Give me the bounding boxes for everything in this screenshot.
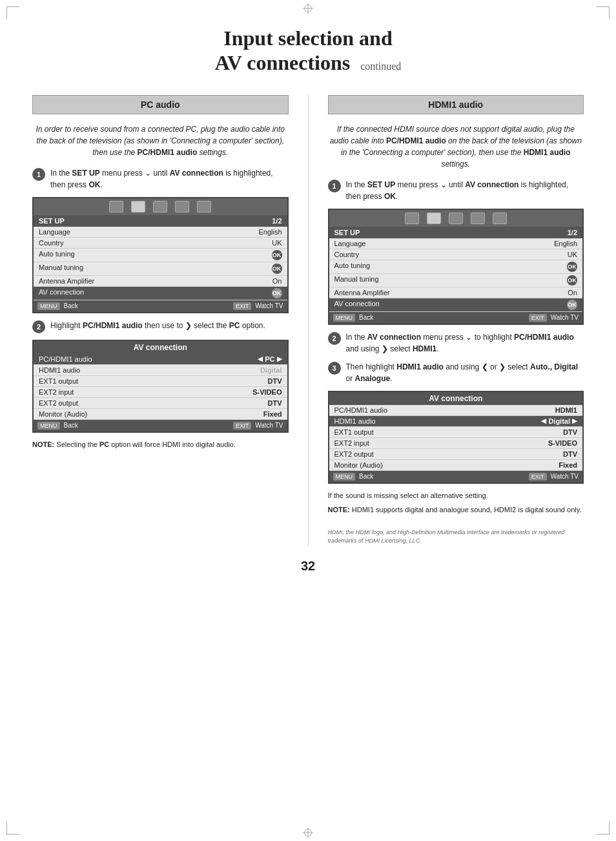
right-intro-text: If the connected HDMI source does not su…: [328, 123, 584, 170]
left-menu-row-manualtuning: Manual tuning OK: [34, 262, 287, 276]
corner-mark-bl: [6, 822, 19, 835]
menu-icon-3: [153, 201, 167, 213]
menu-icon-1: [109, 201, 123, 213]
left-step-2: 2 Highlight PC/HDMI1 audio then use to ❯…: [32, 320, 289, 333]
right-step-1: 1 In the SET UP menu press ⌄ until AV co…: [328, 179, 584, 202]
right-menu-footer: MENU Back EXIT Watch TV: [329, 312, 583, 324]
right-menu-row-avconnection: AV connection OK: [329, 298, 583, 312]
page-number: 32: [32, 559, 584, 574]
right-step-2-text: In the AV connection menu press ⌄ to hig…: [346, 331, 584, 355]
reg-mark-top: [303, 3, 313, 14]
left-av-menu-title: AV connection: [34, 341, 287, 354]
title-line1: Input selection and: [223, 26, 392, 50]
left-av-row-hdmi1: HDMI1 audio Digital: [34, 365, 287, 376]
right-menu-row-manualtuning: Manual tuning OK: [329, 274, 583, 287]
right-menu-row-autotuning: Auto tuning OK: [329, 260, 583, 274]
menu-icon-2: [131, 201, 145, 213]
right-icon-5: [493, 213, 507, 224]
right-av-menu: AV connection PC/HDMI1 audio HDMI1 HDMI1…: [328, 391, 584, 484]
right-av-row-ext2in: EXT2 input S-VIDEO: [329, 438, 583, 449]
right-step-1-number: 1: [328, 180, 341, 192]
right-menu-row-antenna: Antenna Amplifier On: [329, 287, 583, 298]
left-menu-title: SET UP: [39, 217, 65, 225]
right-setup-menu: SET UP 1/2 Language English Country UK A…: [328, 209, 584, 325]
title-continued: continued: [360, 61, 401, 72]
left-av-footer: MENU Back EXIT Watch TV: [34, 420, 287, 431]
right-menu-title: SET UP: [334, 229, 360, 236]
right-av-footer: MENU Back EXIT Watch TV: [329, 471, 583, 483]
right-icon-3: [449, 213, 463, 224]
right-step-3: 3 Then highlight HDMI1 audio and using ❮…: [328, 361, 584, 384]
left-menu-row-language: Language English: [34, 227, 287, 238]
right-av-row-ext1out: EXT1 output DTV: [329, 427, 583, 438]
left-menu-row-antenna: Antenna Amplifier On: [34, 276, 287, 287]
right-menu-row-country: Country UK: [329, 249, 583, 260]
right-menu-icons: [329, 210, 583, 227]
left-section-header: PC audio: [32, 95, 289, 114]
left-av-menu: AV connection PC/HDMI1 audio ◀ PC ▶ HDMI…: [32, 340, 289, 433]
right-step-2-number: 2: [328, 332, 341, 345]
right-icon-1: [405, 213, 419, 224]
menu-icon-4: [175, 201, 189, 213]
left-menu-footer: MENU Back EXIT Watch TV: [34, 300, 287, 312]
page-wrapper: Input selection and AV connections conti…: [0, 0, 616, 841]
left-av-row-ext2out: EXT2 output DTV: [34, 398, 287, 409]
right-av-row-ext2out: EXT2 output DTV: [329, 449, 583, 460]
right-av-row-hdmi1audio: HDMI1 audio ◀ Digital ▶: [329, 416, 583, 427]
left-note: NOTE: Selecting the PC option will force…: [32, 439, 289, 450]
left-step-1: 1 In the SET UP menu press ⌄ until AV co…: [32, 167, 289, 191]
right-icon-4: [471, 213, 485, 224]
left-step-1-number: 1: [32, 168, 45, 181]
page-title: Input selection and AV connections conti…: [32, 26, 584, 76]
left-setup-menu: SET UP 1/2 Language English Country UK A…: [32, 197, 289, 313]
right-footer-note: HDMI, the HDMI logo, and High-Definition…: [328, 528, 584, 546]
left-av-row-ext2in: EXT2 input S-VIDEO: [34, 387, 287, 398]
reg-mark-bottom: [303, 827, 313, 838]
right-av-menu-title: AV connection: [329, 392, 583, 405]
corner-mark-tr: [597, 6, 610, 19]
right-menu-title-bar: SET UP 1/2: [329, 227, 583, 238]
right-menu-page: 1/2: [568, 229, 577, 236]
column-divider: [308, 95, 309, 546]
corner-mark-tl: [6, 6, 19, 19]
left-step-2-number: 2: [32, 320, 45, 333]
right-section-header: HDMI1 audio: [328, 95, 584, 114]
right-note2: NOTE: HDMI1 supports digital and analogu…: [328, 504, 584, 515]
right-step-3-text: Then highlight HDMI1 audio and using ❮ o…: [346, 361, 584, 384]
right-av-row-pchdmi1: PC/HDMI1 audio HDMI1: [329, 405, 583, 416]
left-av-row-ext1out: EXT1 output DTV: [34, 376, 287, 387]
left-menu-row-country: Country UK: [34, 238, 287, 249]
left-menu-title-bar: SET UP 1/2: [34, 215, 287, 227]
left-menu-row-avconnection: AV connection OK: [34, 287, 287, 300]
left-step-2-text: Highlight PC/HDMI1 audio then use to ❯ s…: [50, 320, 265, 331]
title-line2: AV connections: [215, 51, 351, 74]
right-icon-2: [427, 213, 441, 224]
left-menu-page: 1/2: [272, 217, 282, 225]
corner-mark-br: [597, 822, 610, 835]
two-column-layout: PC audio In order to receive sound from …: [32, 95, 584, 546]
left-menu-row-autotuning: Auto tuning OK: [34, 249, 287, 262]
left-column: PC audio In order to receive sound from …: [32, 95, 289, 546]
left-av-row-pchdmi1: PC/HDMI1 audio ◀ PC ▶: [34, 354, 287, 365]
left-step-1-text: In the SET UP menu press ⌄ until AV conn…: [50, 167, 289, 191]
right-note1: If the sound is missing select an altern…: [328, 490, 584, 501]
right-step-1-text: In the SET UP menu press ⌄ until AV conn…: [346, 179, 584, 202]
menu-icon-5: [197, 201, 211, 213]
right-menu-row-language: Language English: [329, 238, 583, 249]
left-av-row-monitor: Monitor (Audio) Fixed: [34, 409, 287, 420]
right-av-row-monitor: Monitor (Audio) Fixed: [329, 460, 583, 471]
left-menu-icons: [34, 198, 287, 215]
right-column: HDMI1 audio If the connected HDMI source…: [328, 95, 584, 546]
left-intro-text: In order to receive sound from a connect…: [32, 123, 289, 158]
right-step-2: 2 In the AV connection menu press ⌄ to h…: [328, 331, 584, 355]
right-step-3-number: 3: [328, 362, 341, 375]
